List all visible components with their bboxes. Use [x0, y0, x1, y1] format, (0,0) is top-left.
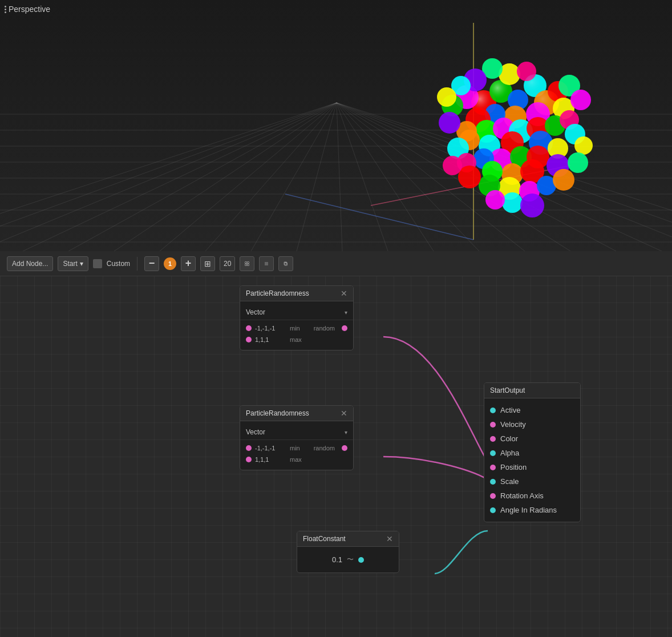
output-label-rotation-axis: Rotation Axis: [500, 491, 544, 500]
output-label-scale: Scale: [500, 477, 519, 486]
pr-node2-max-dot: [246, 457, 252, 462]
svg-point-30: [437, 87, 456, 107]
pr-node1-min-label: min: [290, 325, 300, 332]
pr-node1-title: ParticleRandomness: [246, 289, 309, 297]
svg-point-29: [570, 90, 591, 110]
output-dot-angle: [490, 507, 496, 513]
arrange-button[interactable]: [240, 256, 254, 271]
svg-point-58: [568, 152, 588, 173]
svg-point-51: [458, 166, 481, 188]
pr-node2-title: ParticleRandomness: [246, 409, 309, 417]
pr-node1-min-dot: [246, 325, 252, 331]
align-button[interactable]: [259, 256, 274, 271]
pr-node1-type-label: Vector: [246, 308, 265, 316]
svg-rect-65: [245, 264, 247, 265]
drag-handle-icon: [5, 6, 6, 13]
svg-point-62: [534, 90, 559, 115]
custom-label: Custom: [107, 260, 130, 268]
pr-node1-body: Vector ▾ -1,-1,-1 min random 1,1,1 max: [240, 301, 353, 350]
fc-wavy-icon: 〜: [347, 555, 354, 565]
pr-node1-min-value: -1,-1,-1: [255, 325, 286, 332]
fc-output-dot: [358, 557, 364, 563]
pr-node2-random-label: random: [314, 445, 335, 451]
zoom-out-button[interactable]: −: [144, 256, 159, 271]
pr-node1-dropdown-arrow: ▾: [345, 309, 347, 316]
layout-button[interactable]: ⊞: [200, 256, 215, 271]
output-dot-velocity: [490, 422, 496, 428]
output-dot-scale: [490, 479, 496, 485]
pr-node1-max-value: 1,1,1: [255, 336, 286, 343]
pr-node1-max-dot: [246, 337, 252, 342]
pr-node2-random-output-dot: [342, 445, 347, 451]
output-row-color: Color: [484, 432, 580, 446]
fc-node-body: 0.1 〜: [297, 547, 399, 573]
pr-node2-body: Vector ▾ -1,-1,-1 min random 1,1,1 max: [240, 421, 353, 470]
svg-point-60: [489, 80, 512, 103]
color-swatch[interactable]: [93, 259, 102, 268]
fc-node-title: FloatConstant: [303, 535, 346, 543]
output-label-position: Position: [500, 463, 527, 471]
fc-node-close[interactable]: ✕: [386, 535, 393, 543]
pr-node2-min-dot: [246, 445, 252, 451]
output-label-angle: Angle In Radians: [500, 506, 557, 514]
svg-point-26: [439, 112, 460, 134]
pr-node2-header: ParticleRandomness ✕: [240, 406, 353, 421]
pr-node2-dropdown-arrow: ▾: [345, 429, 347, 436]
output-label-alpha: Alpha: [500, 449, 519, 457]
pr-node2-max-label: max: [290, 456, 302, 463]
pr-node1-random-output-dot: [342, 325, 347, 331]
output-row-velocity: Velocity: [484, 417, 580, 432]
output-label-active: Active: [500, 406, 520, 414]
svg-rect-63: [245, 261, 247, 263]
viewport-label: Perspective: [5, 5, 50, 14]
output-row-angle: Angle In Radians: [484, 503, 580, 517]
output-row-position: Position: [484, 460, 580, 474]
svg-point-57: [574, 136, 593, 155]
startoutput-header: StartOutput: [484, 383, 580, 398]
pr-node2-min-label: min: [290, 445, 300, 451]
svg-point-53: [502, 192, 523, 213]
start-output-node: StartOutput Active Velocity Color Alpha …: [484, 382, 581, 522]
node-editor: Add Node... Start ▾ Custom − 1 + ⊞ 20: [0, 251, 672, 637]
particle-cluster: [364, 17, 604, 240]
startoutput-body: Active Velocity Color Alpha Position Sca…: [484, 398, 580, 522]
particle-randomness-node-1: ParticleRandomness ✕ Vector ▾ -1,-1,-1 m…: [240, 285, 354, 350]
pr-node1-min-row: -1,-1,-1 min random: [240, 322, 353, 334]
fc-value-row: 0.1 〜: [297, 551, 399, 568]
copy-button[interactable]: [278, 256, 293, 271]
output-row-active: Active: [484, 403, 580, 417]
fc-value-display: 0.1: [332, 555, 342, 564]
pr-node2-type-dropdown[interactable]: Vector ▾: [240, 426, 353, 440]
pr-node2-close[interactable]: ✕: [341, 409, 347, 417]
svg-rect-66: [248, 264, 249, 265]
svg-point-55: [520, 193, 544, 217]
pr-node1-max-label: max: [290, 336, 302, 343]
output-row-scale: Scale: [484, 474, 580, 489]
output-dot-active: [490, 408, 496, 413]
add-node-button[interactable]: Add Node...: [7, 256, 53, 271]
particle-randomness-node-2: ParticleRandomness ✕ Vector ▾ -1,-1,-1 m…: [240, 405, 354, 470]
output-dot-position: [490, 465, 496, 470]
svg-rect-64: [248, 261, 249, 263]
pr-node1-type-dropdown[interactable]: Vector ▾: [240, 306, 353, 320]
output-label-velocity: Velocity: [500, 420, 526, 429]
fc-node-header: FloatConstant ✕: [297, 531, 399, 547]
output-row-alpha: Alpha: [484, 446, 580, 460]
startoutput-title: StartOutput: [490, 386, 525, 394]
output-row-rotation-axis: Rotation Axis: [484, 489, 580, 503]
3d-viewport[interactable]: Perspective: [0, 0, 672, 251]
node-editor-toolbar: Add Node... Start ▾ Custom − 1 + ⊞ 20: [0, 251, 672, 276]
zoom-in-button[interactable]: +: [181, 256, 196, 271]
zoom-value-display: 20: [220, 256, 235, 271]
output-dot-alpha: [490, 450, 496, 456]
pr-node1-random-label: random: [314, 325, 335, 332]
pr-node2-type-label: Vector: [246, 428, 265, 436]
node-count-badge: 1: [164, 257, 176, 270]
svg-point-54: [485, 190, 505, 209]
pr-node2-max-row: 1,1,1 max: [240, 454, 353, 465]
pr-node2-max-value: 1,1,1: [255, 456, 286, 463]
start-dropdown-button[interactable]: Start ▾: [58, 256, 88, 271]
pr-node1-close[interactable]: ✕: [341, 289, 347, 297]
svg-point-56: [443, 156, 462, 175]
pr-node1-max-row: 1,1,1 max: [240, 334, 353, 345]
